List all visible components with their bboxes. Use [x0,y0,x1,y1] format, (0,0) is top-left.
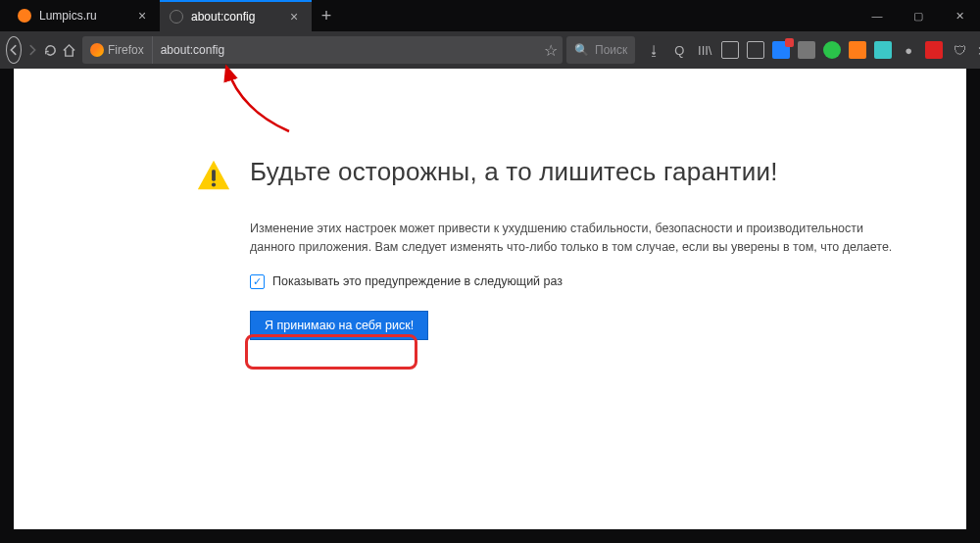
download-icon[interactable]: ⭳ [645,41,662,59]
warning-panel: Будьте осторожны, а то лишитесь гарантии… [195,157,907,340]
tab-label: about:config [191,10,286,24]
accept-risk-button[interactable]: Я принимаю на себя риск! [250,311,428,340]
tab-aboutconfig[interactable]: about:config × [160,0,312,31]
extension-red-icon[interactable] [925,41,943,59]
extension-orange-icon[interactable] [849,41,866,59]
svg-point-1 [212,182,216,186]
bookmark-star-icon[interactable]: ☆ [539,41,563,60]
close-window-button[interactable]: ✕ [939,0,980,31]
search-bar[interactable]: 🔍 Поиск [566,36,635,64]
tab-lumpics[interactable]: Lumpics.ru × [8,0,160,31]
close-tab-icon[interactable]: × [286,9,302,25]
minimize-button[interactable]: — [857,0,898,31]
home-button[interactable] [62,35,76,65]
firefox-logo-icon [90,43,104,57]
extension-dot-icon[interactable]: ● [900,41,917,59]
warning-title: Будьте осторожны, а то лишитесь гарантии… [250,157,778,187]
tab-favicon [170,10,183,24]
search-icon: 🔍 [574,43,589,57]
extension-grey-icon[interactable] [798,41,815,59]
window-controls: — ▢ ✕ [857,0,980,31]
home-icon [62,43,76,58]
extension-blue-icon[interactable] [772,41,790,59]
identity-box[interactable]: Firefox [82,36,153,64]
svg-rect-0 [212,170,216,180]
url-bar[interactable]: Firefox ☆ [82,36,563,64]
content-viewport: Будьте осторожны, а то лишитесь гарантии… [14,69,966,529]
checkbox-label: Показывать это предупреждение в следующи… [272,274,563,288]
show-warning-checkbox[interactable]: ✓ [250,274,265,289]
arrow-left-icon [7,43,21,57]
shield-icon[interactable]: 🛡 [951,41,968,59]
extension-cyan-icon[interactable] [874,41,892,59]
tab-bar: Lumpics.ru × about:config × + — ▢ ✕ [0,0,980,31]
warning-icon [195,157,232,198]
arrow-right-icon [25,43,39,57]
overflow-icon[interactable]: ≫ [976,41,980,59]
search-placeholder: Поиск [595,43,627,57]
search-toolbar-icon[interactable]: Q [670,41,688,59]
extension-icon[interactable] [747,41,764,59]
maximize-button[interactable]: ▢ [898,0,939,31]
forward-button[interactable] [25,35,39,65]
library-icon[interactable]: III\ [696,41,713,59]
back-button[interactable] [6,36,22,64]
close-tab-icon[interactable]: × [134,8,150,24]
reload-button[interactable] [43,35,58,65]
toolbar-icons: ⭳ Q III\ ● 🛡 ≫ [645,41,980,59]
reload-icon [43,43,58,58]
tab-favicon [18,9,31,23]
tab-label: Lumpics.ru [39,9,134,23]
sidebar-icon[interactable] [721,41,739,59]
extension-green-icon[interactable] [823,41,841,59]
nav-bar: Firefox ☆ 🔍 Поиск ⭳ Q III\ ● 🛡 ≫ [0,31,980,69]
warning-body: Изменение этих настроек может привести к… [250,220,907,257]
url-input[interactable] [153,43,539,57]
new-tab-button[interactable]: + [312,1,341,30]
identity-label: Firefox [108,43,144,57]
